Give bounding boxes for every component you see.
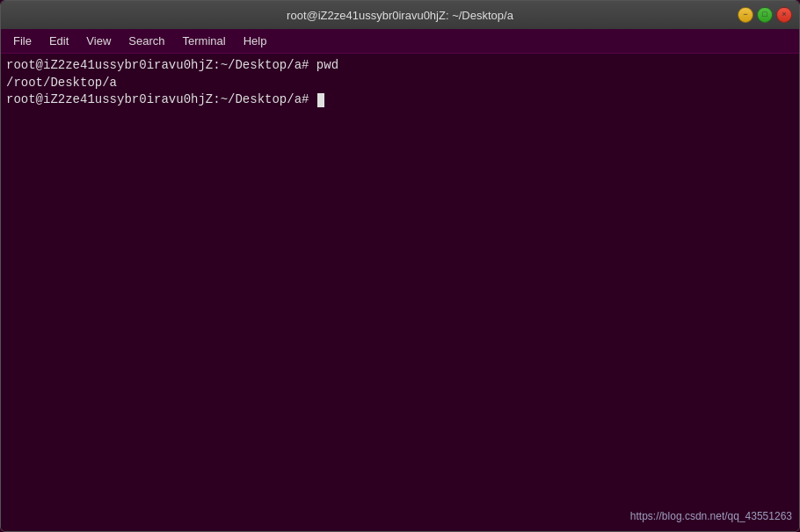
terminal-line-2: root@iZ2ze41ussybr0iravu0hjZ:~/Desktop/a…	[6, 91, 794, 109]
terminal-window: root@iZ2ze41ussybr0iravu0hjZ: ~/Desktop/…	[0, 0, 800, 532]
minimize-button[interactable]: −	[738, 7, 753, 23]
window-title: root@iZ2ze41ussybr0iravu0hjZ: ~/Desktop/…	[287, 9, 513, 22]
terminal-line-output: /root/Desktop/a	[6, 75, 794, 92]
close-button[interactable]: ×	[776, 7, 792, 23]
watermark: https://blog.csdn.net/qq_43551263	[630, 509, 792, 524]
menu-search[interactable]: Search	[120, 31, 173, 51]
menu-bar: File Edit View Search Terminal Help	[1, 29, 799, 54]
command-2	[309, 91, 316, 109]
menu-help[interactable]: Help	[235, 31, 276, 51]
title-bar: root@iZ2ze41ussybr0iravu0hjZ: ~/Desktop/…	[1, 1, 799, 29]
menu-terminal[interactable]: Terminal	[174, 31, 235, 51]
window-controls: − □ ×	[738, 7, 792, 23]
terminal-line-1: root@iZ2ze41ussybr0iravu0hjZ:~/Desktop/a…	[6, 57, 794, 75]
command-1: pwd	[309, 57, 338, 75]
menu-edit[interactable]: Edit	[40, 31, 77, 51]
prompt-1: root@iZ2ze41ussybr0iravu0hjZ:~/Desktop/a…	[6, 57, 309, 75]
cursor	[317, 93, 324, 107]
menu-file[interactable]: File	[4, 31, 40, 51]
terminal-body[interactable]: root@iZ2ze41ussybr0iravu0hjZ:~/Desktop/a…	[1, 54, 799, 531]
maximize-button[interactable]: □	[757, 7, 773, 23]
output-1: /root/Desktop/a	[6, 75, 117, 92]
prompt-2: root@iZ2ze41ussybr0iravu0hjZ:~/Desktop/a…	[6, 91, 309, 109]
menu-view[interactable]: View	[77, 31, 120, 51]
